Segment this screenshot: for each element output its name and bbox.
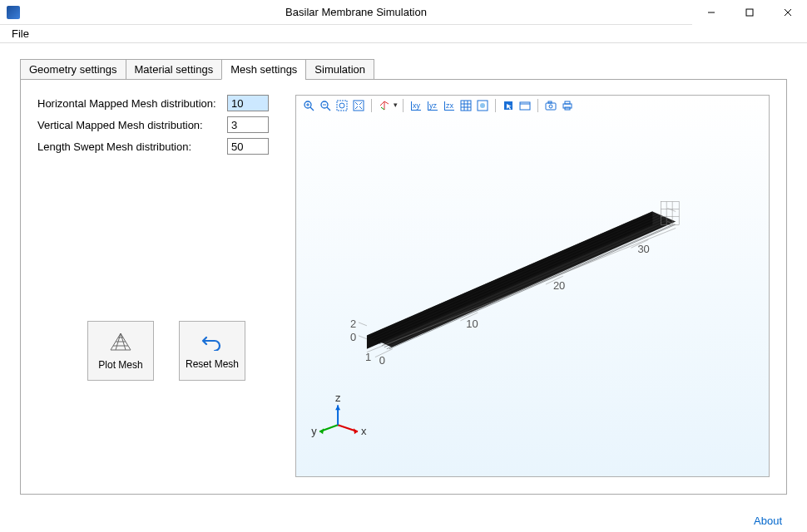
tick-2: 2 bbox=[350, 318, 356, 330]
zoom-in-icon[interactable] bbox=[301, 98, 316, 113]
svg-line-48 bbox=[359, 336, 367, 339]
svg-line-33 bbox=[369, 213, 655, 337]
horiz-mesh-label: Horizontal Mapped Mesh distribution: bbox=[37, 97, 220, 110]
svg-line-42 bbox=[367, 228, 676, 352]
view-zx-icon[interactable]: zx bbox=[442, 98, 457, 113]
reset-mesh-button[interactable]: Reset Mesh bbox=[179, 321, 245, 381]
tick-0-bottom: 0 bbox=[379, 354, 385, 367]
svg-text:x: x bbox=[361, 425, 367, 437]
close-button[interactable] bbox=[769, 0, 807, 25]
svg-rect-22 bbox=[520, 102, 530, 110]
axis-triad: x y z bbox=[311, 392, 367, 437]
horiz-mesh-input[interactable] bbox=[227, 95, 269, 111]
svg-text:z: z bbox=[335, 392, 340, 404]
window-title: Basilar Membrane Simulation bbox=[20, 6, 692, 18]
tab-strip: Geometry settings Material settings Mesh… bbox=[20, 59, 787, 80]
tab-material-settings[interactable]: Material settings bbox=[126, 59, 223, 80]
rotate-3d-icon[interactable] bbox=[377, 98, 392, 113]
svg-line-38 bbox=[382, 221, 667, 345]
vert-mesh-label: Vertical Mapped Mesh distribution: bbox=[37, 119, 220, 131]
svg-line-9 bbox=[327, 107, 330, 111]
graphics-viewer: ▾ xy yz zx bbox=[295, 95, 770, 477]
svg-rect-25 bbox=[548, 101, 552, 103]
toolbar-separator bbox=[495, 99, 496, 112]
svg-marker-59 bbox=[319, 428, 324, 434]
svg-rect-13 bbox=[354, 101, 364, 111]
svg-line-35 bbox=[374, 216, 660, 340]
vert-mesh-input[interactable] bbox=[227, 116, 269, 133]
scene-light-icon[interactable] bbox=[475, 98, 490, 113]
svg-marker-57 bbox=[354, 428, 358, 434]
tab-simulation[interactable]: Simulation bbox=[305, 59, 374, 80]
tab-mesh-settings[interactable]: Mesh settings bbox=[221, 59, 306, 80]
view-yz-icon[interactable]: yz bbox=[425, 98, 440, 113]
tick-0-left: 0 bbox=[350, 331, 356, 343]
toolbar-separator bbox=[403, 99, 404, 112]
length-mesh-label: Length Swept Mesh distribution: bbox=[37, 140, 220, 153]
select-icon[interactable] bbox=[501, 98, 516, 113]
file-menu[interactable]: File bbox=[5, 26, 36, 42]
tick-20: 20 bbox=[553, 279, 565, 292]
viewer-canvas[interactable]: 2 0 1 0 10 20 30 bbox=[296, 119, 769, 476]
toolbar-separator bbox=[537, 99, 538, 112]
svg-rect-28 bbox=[565, 101, 570, 104]
tab-geometry-settings[interactable]: Geometry settings bbox=[20, 59, 126, 80]
svg-point-26 bbox=[549, 105, 552, 108]
svg-line-5 bbox=[310, 107, 314, 111]
svg-line-49 bbox=[667, 209, 676, 212]
svg-line-34 bbox=[372, 214, 657, 338]
title-bar: Basilar Membrane Simulation bbox=[0, 0, 807, 25]
length-mesh-input[interactable] bbox=[227, 138, 269, 155]
minimize-button[interactable] bbox=[692, 0, 730, 25]
svg-line-37 bbox=[379, 219, 665, 343]
grid-icon[interactable] bbox=[458, 98, 473, 113]
window-icon[interactable] bbox=[517, 98, 532, 113]
zoom-extents-icon[interactable] bbox=[351, 98, 366, 113]
snapshot-icon[interactable] bbox=[543, 98, 558, 113]
svg-text:y: y bbox=[311, 425, 317, 437]
tick-1: 1 bbox=[365, 351, 371, 363]
menu-bar: File bbox=[0, 25, 807, 43]
zoom-out-icon[interactable] bbox=[318, 98, 333, 113]
plot-mesh-button[interactable]: Plot Mesh bbox=[87, 321, 154, 381]
svg-line-47 bbox=[359, 323, 367, 326]
app-icon bbox=[7, 6, 20, 19]
svg-rect-11 bbox=[337, 101, 347, 111]
svg-line-32 bbox=[367, 211, 652, 335]
view-xy-icon[interactable]: xy bbox=[408, 98, 423, 113]
tick-30: 30 bbox=[637, 243, 649, 255]
content-area: Geometry settings Material settings Mesh… bbox=[0, 43, 807, 532]
svg-line-36 bbox=[377, 218, 662, 342]
svg-line-39 bbox=[384, 223, 670, 347]
about-link[interactable]: About bbox=[754, 515, 782, 527]
undo-icon bbox=[201, 332, 223, 353]
toolbar-separator bbox=[371, 99, 372, 112]
dropdown-icon[interactable]: ▾ bbox=[394, 101, 398, 109]
mesh-settings-panel: Horizontal Mapped Mesh distribution: Ver… bbox=[20, 79, 787, 495]
svg-point-12 bbox=[339, 103, 344, 108]
plot-mesh-label: Plot Mesh bbox=[98, 359, 142, 371]
svg-rect-24 bbox=[546, 103, 556, 110]
svg-marker-31 bbox=[367, 211, 652, 348]
svg-marker-61 bbox=[335, 405, 340, 410]
print-icon[interactable] bbox=[560, 98, 575, 113]
svg-line-41 bbox=[389, 224, 675, 348]
maximize-button[interactable] bbox=[730, 0, 769, 25]
window-buttons bbox=[692, 0, 807, 25]
reset-mesh-label: Reset Mesh bbox=[186, 358, 239, 370]
svg-point-20 bbox=[480, 103, 485, 108]
mesh-icon bbox=[109, 332, 132, 354]
zoom-box-icon[interactable] bbox=[334, 98, 349, 113]
svg-rect-14 bbox=[461, 101, 471, 111]
viewer-toolbar: ▾ xy yz zx bbox=[296, 96, 769, 116]
tick-10: 10 bbox=[466, 318, 478, 330]
svg-rect-1 bbox=[746, 9, 753, 16]
